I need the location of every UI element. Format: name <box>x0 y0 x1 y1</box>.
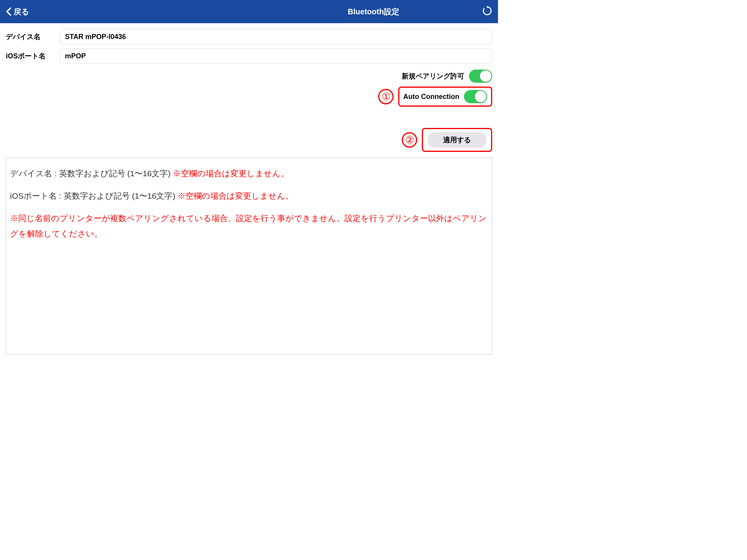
info-line-1-note: ※空欄の場合は変更しません。 <box>173 169 289 178</box>
device-name-input[interactable] <box>60 29 492 44</box>
back-button[interactable]: 戻る <box>6 7 29 17</box>
apply-button[interactable]: 適用する <box>428 132 486 148</box>
reload-button[interactable] <box>482 6 492 17</box>
info-warning: ※同じ名前のプリンターが複数ペアリングされている場合、設定を行う事ができません。… <box>10 211 488 242</box>
toggle-area: 新規ペアリング許可 ① Auto Connection <box>6 70 492 107</box>
auto-connection-label: Auto Connection <box>403 93 459 101</box>
auto-connection-toggle[interactable] <box>464 90 487 103</box>
page-title: Bluetooth設定 <box>348 7 399 17</box>
auto-connection-highlight: Auto Connection <box>398 87 492 107</box>
chevron-left-icon <box>6 7 11 16</box>
pairing-toggle-label: 新規ペアリング許可 <box>402 71 464 81</box>
content-area: デバイス名 iOSポート名 新規ペアリング許可 ① Auto Connectio… <box>0 23 498 361</box>
ios-port-row: iOSポート名 <box>6 48 492 64</box>
pairing-toggle[interactable] <box>469 70 492 83</box>
info-line-2-note: ※空欄の場合は変更しません。 <box>177 191 293 200</box>
pairing-toggle-row: 新規ペアリング許可 <box>6 70 492 83</box>
auto-connection-row: ① Auto Connection <box>6 87 492 107</box>
apply-highlight: 適用する <box>422 128 492 152</box>
ios-port-input[interactable] <box>60 48 492 64</box>
info-line-2: iOSポート名 : 英数字および記号 (1〜16文字) ※空欄の場合は変更しませ… <box>10 188 488 204</box>
info-line-2-prefix: iOSポート名 : 英数字および記号 (1〜16文字) <box>10 191 177 200</box>
annotation-2: ② <box>402 132 417 148</box>
ios-port-label: iOSポート名 <box>6 51 60 61</box>
reload-icon <box>482 6 492 16</box>
back-label: 戻る <box>14 7 29 17</box>
device-name-row: デバイス名 <box>6 29 492 44</box>
annotation-1: ① <box>378 89 394 104</box>
info-line-1-prefix: デバイス名 : 英数字および記号 (1〜16文字) <box>10 169 173 178</box>
info-box: デバイス名 : 英数字および記号 (1〜16文字) ※空欄の場合は変更しません。… <box>6 158 492 355</box>
device-name-label: デバイス名 <box>6 32 60 41</box>
app-header: 戻る Bluetooth設定 <box>0 0 498 23</box>
apply-area: ② 適用する <box>6 128 492 152</box>
info-line-1: デバイス名 : 英数字および記号 (1〜16文字) ※空欄の場合は変更しません。 <box>10 166 488 181</box>
